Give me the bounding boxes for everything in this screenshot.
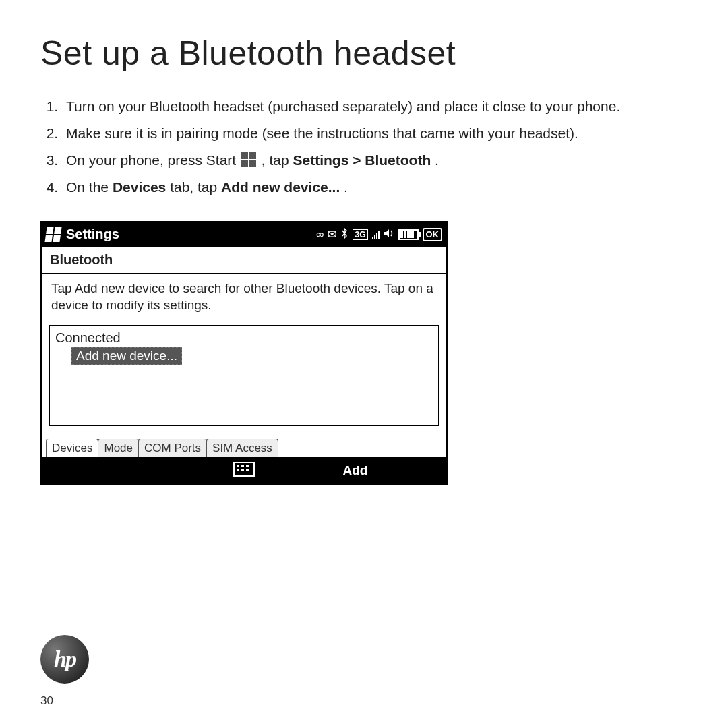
step-3: On your phone, press Start , tap Setting… — [62, 147, 688, 174]
ok-button[interactable]: OK — [423, 228, 443, 241]
start-icon — [241, 152, 256, 167]
page-number: 30 — [40, 694, 89, 708]
keyboard-button[interactable] — [224, 462, 264, 479]
step-4-pre: On the — [66, 179, 113, 195]
page-title: Set up a Bluetooth headset — [40, 34, 688, 73]
add-new-device-item[interactable]: Add new device... — [71, 347, 182, 365]
hp-logo-text: hp — [54, 646, 75, 672]
status-tray: ∞ ✉ 3G OK — [316, 228, 442, 241]
tab-strip: Devices Mode COM Ports SIM Access — [42, 437, 446, 457]
step-4-b1: Devices — [113, 179, 166, 195]
instruction-list: Turn on your Bluetooth headset (purchase… — [40, 93, 688, 201]
device-screenshot: Settings ∞ ✉ 3G OK Bluetooth Tap Add new… — [40, 221, 448, 485]
screen-subheader: Bluetooth — [42, 247, 446, 274]
step-4-mid: tab, tap — [170, 179, 221, 195]
step-2: Make sure it is in pairing mode (see the… — [62, 120, 688, 147]
tab-mode[interactable]: Mode — [98, 439, 139, 457]
step-3-text-pre: On your phone, press Start — [66, 152, 240, 168]
softkey-right-add[interactable]: Add — [264, 463, 446, 478]
mail-icon: ✉ — [328, 229, 336, 240]
screen-instruction: Tap Add new device to search for other B… — [42, 274, 446, 325]
bluetooth-icon — [340, 228, 348, 241]
hp-logo: hp — [40, 635, 89, 684]
step-1: Turn on your Bluetooth headset (purchase… — [62, 93, 688, 120]
step-4-b2: Add new device... — [221, 179, 340, 195]
step-3-bold: Settings > Bluetooth — [293, 152, 431, 168]
step-4-end: . — [344, 179, 348, 195]
device-listbox[interactable]: Connected Add new device... — [49, 325, 439, 426]
step-3-text-mid: , tap — [262, 152, 293, 168]
list-group-label: Connected — [55, 330, 433, 346]
step-3-end: . — [435, 152, 439, 168]
keyboard-icon — [233, 462, 255, 477]
titlebar-text: Settings — [66, 226, 119, 242]
windows-flag-icon — [44, 227, 61, 242]
page-footer: hp 30 — [40, 635, 89, 708]
tab-devices[interactable]: Devices — [46, 439, 98, 457]
softkey-bar: Add — [42, 457, 446, 484]
voicemail-icon: ∞ — [316, 229, 324, 240]
battery-icon — [398, 229, 419, 240]
speaker-icon — [384, 229, 394, 240]
signal-icon — [372, 230, 380, 239]
tab-com-ports[interactable]: COM Ports — [138, 439, 207, 457]
step-4: On the Devices tab, tap Add new device..… — [62, 174, 688, 201]
tab-sim-access[interactable]: SIM Access — [206, 439, 278, 457]
titlebar: Settings ∞ ✉ 3G OK — [42, 222, 446, 247]
network-badge: 3G — [353, 229, 367, 240]
